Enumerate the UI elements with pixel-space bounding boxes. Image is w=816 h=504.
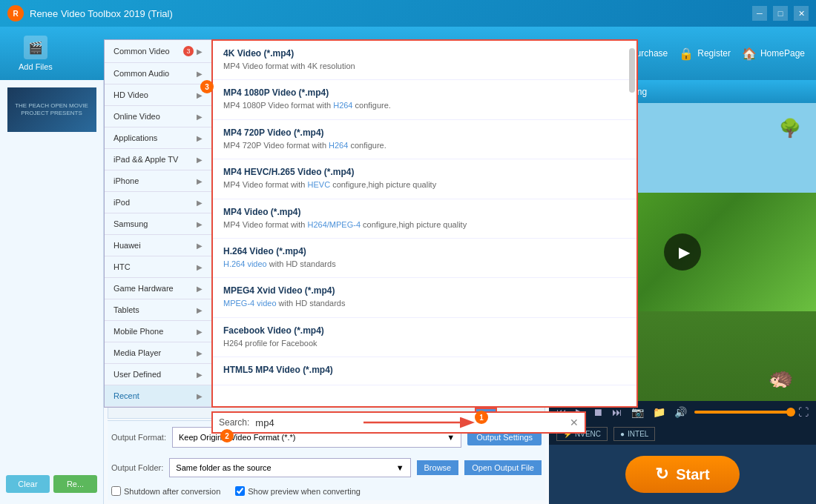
movie-text: THE PEACH OPEN MOVIE PROJECT PRESENTS [10,102,93,118]
format-item-hevc[interactable]: MP4 HEVC/H.265 Video (*.mp4) MP4 Video f… [213,159,636,199]
annotation-badge-2: 2 [220,429,234,442]
category-arrow-icon: ▶ [197,263,203,271]
start-button[interactable]: ↻ Start [625,456,740,493]
category-htc[interactable]: HTC ▶ [105,256,211,278]
format-item-h264[interactable]: H.264 Video (*.mp4) H.264 video with HD … [213,239,636,278]
format-list-scroll[interactable]: 4K Video (*.mp4) MP4 Video format with 4… [213,41,636,385]
search-input[interactable] [255,417,570,428]
format-mp4-title: MP4 Video (*.mp4) [223,207,626,217]
format-720p-desc: MP4 720P Video format with H264 configur… [223,140,626,151]
category-tablets[interactable]: Tablets ▶ [105,299,211,321]
window-controls[interactable]: ─ □ ✕ [752,6,809,21]
shutdown-checkbox[interactable] [111,486,121,496]
show-preview-checkbox[interactable] [235,486,245,496]
register-label: Register [697,48,731,59]
category-common-video-label: Common Video [113,47,170,56]
category-game-hardware[interactable]: Game Hardware ▶ [105,278,211,299]
category-applications[interactable]: Applications ▶ [105,127,211,149]
left-panel: THE PEACH OPEN MOVIE PROJECT PRESENTS Cl… [0,80,104,504]
open-output-button[interactable]: Open Output File [464,460,542,475]
category-user-defined[interactable]: User Defined ▶ [105,364,211,385]
movie-thumbnail: THE PEACH OPEN MOVIE PROJECT PRESENTS [7,87,96,132]
title-bar: R Renee Video Toolbox 2019 (Trial) ─ □ ✕ [0,0,816,27]
category-huawei[interactable]: Huawei ▶ [105,235,211,256]
format-item-facebook[interactable]: Facebook Video (*.mp4) H264 profile for … [213,318,636,357]
category-recent-arrow-icon: ▶ [197,392,203,400]
browse-button[interactable]: Browse [417,460,459,475]
encoder-row: ⚡ NVENC ● INTEL [549,423,816,445]
category-recent-label: Recent [113,391,139,400]
output-folder-value: Same folder as the source [176,463,271,472]
category-arrow-icon: ▶ [197,113,203,121]
homepage-button[interactable]: 🏠 HomePage [742,47,805,61]
fullscreen-button[interactable]: ⛶ [797,405,810,420]
format-xvid-desc: MPEG-4 video with HD standards [223,298,626,309]
intel-encoder-badge[interactable]: ● INTEL [613,427,655,441]
category-arrow-icon: ▶ [197,199,203,207]
add-files-icon: 🎬 [24,36,47,59]
format-720p-title: MP4 720P Video (*.mp4) [223,127,626,138]
play-button-overlay[interactable]: ▶ [664,233,701,271]
format-1080p-title: MP4 1080P Video (*.mp4) [223,87,626,98]
register-button[interactable]: 🔒 Register [679,47,731,61]
category-arrow-icon: ▶ [197,371,203,379]
remove-button[interactable]: Re... [53,475,97,493]
format-item-xvid[interactable]: MPEG4 Xvid Video (*.mp4) MPEG-4 video wi… [213,278,636,317]
category-common-video[interactable]: Common Video 3 ▶ [105,40,211,63]
shutdown-checkbox-label[interactable]: Shutdown after conversion [111,486,220,496]
toolbar-right: 🛒 Purchase 🔒 Register 🏠 HomePage [612,47,805,61]
format-item-1080p[interactable]: MP4 1080P Video (*.mp4) MP4 1080P Video … [213,80,636,119]
format-item-4k[interactable]: 4K Video (*.mp4) MP4 Video format with 4… [213,41,636,80]
category-iphone-label: iPhone [113,176,139,185]
output-format-value: Keep Original Video Format (*.*) [179,433,296,442]
category-recent[interactable]: Recent ▶ [105,385,211,407]
category-common-audio[interactable]: Common Audio ▶ [105,63,211,84]
category-tablets-label: Tablets [113,305,139,314]
add-files-button[interactable]: 🎬 Add Files [11,32,60,75]
center-panel: Output Format: Keep Original Video Forma… [104,80,549,504]
add-files-label: Add Files [19,62,53,71]
category-ipod[interactable]: iPod ▶ [105,192,211,213]
category-huawei-label: Huawei [113,241,141,250]
logo-letter: R [13,10,18,18]
output-folder-label: Output Folder: [111,463,163,472]
main-content: THE PEACH OPEN MOVIE PROJECT PRESENTS Cl… [0,80,816,504]
maximize-button[interactable]: □ [773,6,788,21]
show-preview-checkbox-label[interactable]: Show preview when converting [235,486,361,496]
folder-button[interactable]: 📁 [651,405,667,420]
category-user-defined-label: User Defined [113,370,161,379]
close-button[interactable]: ✕ [794,6,809,21]
search-clear-icon[interactable]: ✕ [570,417,579,428]
format-facebook-title: Facebook Video (*.mp4) [223,325,626,336]
clear-button[interactable]: Clear [6,475,50,493]
category-ipad[interactable]: iPad && Apple TV ▶ [105,149,211,170]
volume-slider[interactable] [694,411,791,414]
category-arrow-icon: ▶ [197,156,203,164]
folder-dropdown-icon: ▼ [396,463,404,472]
volume-icon[interactable]: 🔊 [673,405,688,420]
category-menu: Common Video 3 ▶ Common Audio ▶ HD Video… [104,39,211,408]
play-icon: ▶ [679,243,690,261]
homepage-icon: 🏠 [742,47,757,61]
format-item-mp4[interactable]: MP4 Video (*.mp4) MP4 Video format with … [213,199,636,239]
category-arrow-icon: ▶ [197,47,203,56]
category-arrow-icon: ▶ [197,285,203,293]
action-buttons: Clear Re... [0,471,103,497]
format-item-720p[interactable]: MP4 720P Video (*.mp4) MP4 720P Video fo… [213,120,636,159]
annotation-badge-1: 1 [475,411,488,424]
category-mobile-phone[interactable]: Mobile Phone ▶ [105,321,211,342]
category-arrow-icon: ▶ [197,242,203,250]
minimize-button[interactable]: ─ [752,6,767,21]
start-label: Start [676,466,710,483]
category-hd-video[interactable]: HD Video ▶ [105,84,211,106]
output-folder-select[interactable]: Same folder as the source ▼ [169,458,410,477]
scrollbar-thumb[interactable] [629,48,635,93]
category-iphone[interactable]: iPhone ▶ [105,170,211,192]
category-online-video[interactable]: Online Video ▶ [105,106,211,127]
start-icon: ↻ [655,465,668,484]
format-4k-desc: MP4 Video format with 4K resolution [223,61,626,72]
category-media-player[interactable]: Media Player ▶ [105,342,211,364]
format-item-html5[interactable]: HTML5 MP4 Video (*.mp4) [213,357,636,385]
category-samsung[interactable]: Samsung ▶ [105,213,211,235]
category-arrow-icon: ▶ [197,70,203,78]
